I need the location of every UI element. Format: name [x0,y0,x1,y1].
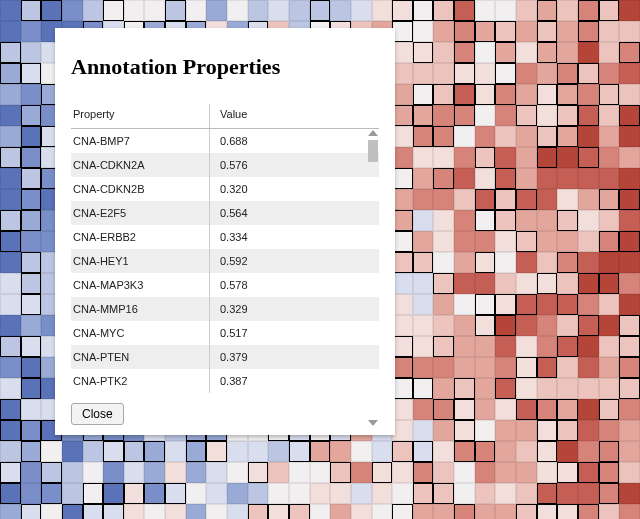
table-row[interactable]: CNA-HEY10.592 [71,249,379,273]
cell-property: CNA-E2F5 [71,201,210,225]
cell-value: 0.334 [210,225,379,249]
cell-property: CNA-PTEN [71,345,210,369]
cell-value: 0.576 [210,153,379,177]
cell-value: 0.688 [210,129,379,153]
cell-property: CNA-MAP3K3 [71,273,210,297]
cell-value: 0.592 [210,249,379,273]
cell-value: 0.387 [210,369,379,393]
cell-value: 0.379 [210,345,379,369]
annotation-properties-dialog: Annotation Properties Property Value CNA… [55,28,395,435]
cell-value: 0.320 [210,177,379,201]
cell-property: CNA-MYC [71,321,210,345]
cell-value: 0.564 [210,201,379,225]
table-header: Property Value [71,104,379,129]
col-header-value[interactable]: Value [210,104,379,128]
table-row[interactable]: CNA-PTEN0.379 [71,345,379,369]
close-button[interactable]: Close [71,403,124,425]
table-row[interactable]: CNA-ERBB20.334 [71,225,379,249]
cell-value: 0.329 [210,297,379,321]
cell-property: CNA-CDKN2A [71,153,210,177]
table-row[interactable]: CNA-BMP70.688 [71,129,379,153]
col-header-property[interactable]: Property [71,104,210,128]
scrollbar[interactable] [365,130,381,426]
scroll-up-icon[interactable] [368,130,378,136]
table-row[interactable]: CNA-PTK20.387 [71,369,379,393]
scroll-track[interactable] [368,140,378,416]
table-row[interactable]: CNA-E2F50.564 [71,201,379,225]
table-row[interactable]: CNA-CDKN2B0.320 [71,177,379,201]
cell-property: CNA-MMP16 [71,297,210,321]
table-row[interactable]: CNA-MAP3K30.578 [71,273,379,297]
table-row[interactable]: CNA-CDKN2A0.576 [71,153,379,177]
cell-property: CNA-BMP7 [71,129,210,153]
cell-value: 0.578 [210,273,379,297]
cell-property: CNA-CDKN2B [71,177,210,201]
scroll-thumb[interactable] [368,140,378,162]
cell-property: CNA-HEY1 [71,249,210,273]
properties-table: Property Value CNA-BMP70.688CNA-CDKN2A0.… [71,104,379,393]
cell-property: CNA-ERBB2 [71,225,210,249]
table-body: CNA-BMP70.688CNA-CDKN2A0.576CNA-CDKN2B0.… [71,129,379,393]
scroll-down-icon[interactable] [368,420,378,426]
cell-property: CNA-PTK2 [71,369,210,393]
table-row[interactable]: CNA-MMP160.329 [71,297,379,321]
table-row[interactable]: CNA-MYC0.517 [71,321,379,345]
cell-value: 0.517 [210,321,379,345]
dialog-title: Annotation Properties [71,54,379,80]
